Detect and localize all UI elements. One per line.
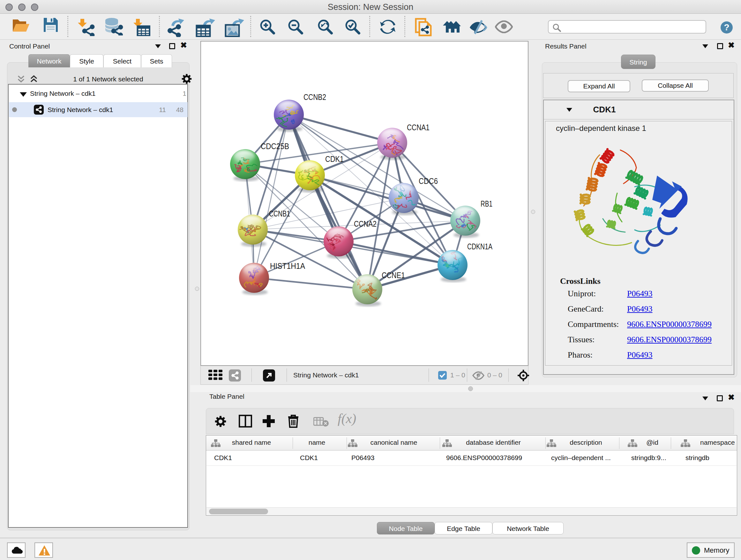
svg-text:HIST1H1A: HIST1H1A	[270, 261, 306, 271]
svg-text:CDKN1A: CDKN1A	[467, 242, 492, 251]
svg-text:CDK1: CDK1	[325, 154, 344, 164]
svg-text:CCNE1: CCNE1	[382, 270, 405, 280]
svg-text:CCNB1: CCNB1	[269, 209, 290, 219]
svg-text:RB1: RB1	[481, 199, 492, 208]
svg-text:CCNA2: CCNA2	[354, 219, 377, 229]
svg-text:CDC6: CDC6	[419, 176, 438, 186]
svg-text:CCNB2: CCNB2	[304, 92, 326, 102]
svg-text:CDC25B: CDC25B	[261, 141, 289, 151]
svg-text:CCNA1: CCNA1	[407, 123, 429, 132]
